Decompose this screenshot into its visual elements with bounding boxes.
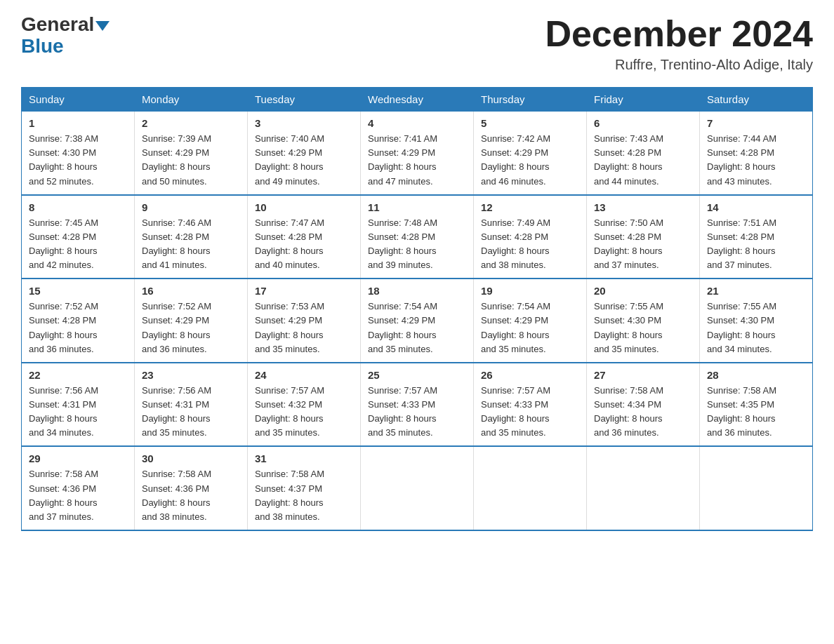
day-number: 1 (29, 117, 127, 129)
day-number: 20 (594, 285, 692, 297)
day-info: Sunrise: 7:54 AM Sunset: 4:29 PM Dayligh… (481, 300, 579, 356)
calendar-cell: 2 Sunrise: 7:39 AM Sunset: 4:29 PM Dayli… (135, 112, 248, 195)
calendar-cell: 23 Sunrise: 7:56 AM Sunset: 4:31 PM Dayl… (135, 363, 248, 447)
day-number: 16 (142, 285, 240, 297)
calendar-cell (361, 446, 474, 530)
page-header: General Blue December 2024 Ruffre, Trent… (21, 14, 813, 73)
day-info: Sunrise: 7:46 AM Sunset: 4:28 PM Dayligh… (142, 216, 240, 273)
day-number: 7 (707, 117, 805, 129)
day-number: 2 (142, 117, 240, 129)
calendar-cell (474, 446, 587, 530)
day-header-thursday: Thursday (474, 88, 587, 112)
calendar-cell: 28 Sunrise: 7:58 AM Sunset: 4:35 PM Dayl… (700, 363, 813, 447)
day-info: Sunrise: 7:45 AM Sunset: 4:28 PM Dayligh… (29, 216, 127, 273)
calendar-cell: 25 Sunrise: 7:57 AM Sunset: 4:33 PM Dayl… (361, 363, 474, 447)
day-info: Sunrise: 7:38 AM Sunset: 4:30 PM Dayligh… (29, 132, 127, 189)
month-title: December 2024 (545, 14, 813, 54)
day-number: 27 (594, 369, 692, 381)
day-info: Sunrise: 7:56 AM Sunset: 4:31 PM Dayligh… (142, 384, 240, 441)
logo: General Blue (21, 14, 110, 58)
day-number: 19 (481, 285, 579, 297)
day-number: 18 (368, 285, 466, 297)
day-number: 17 (255, 285, 353, 297)
day-number: 22 (29, 369, 127, 381)
day-info: Sunrise: 7:52 AM Sunset: 4:28 PM Dayligh… (29, 300, 127, 356)
logo-blue-text: Blue (21, 36, 110, 58)
calendar-cell: 5 Sunrise: 7:42 AM Sunset: 4:29 PM Dayli… (474, 112, 587, 195)
calendar-cell: 4 Sunrise: 7:41 AM Sunset: 4:29 PM Dayli… (361, 112, 474, 195)
day-info: Sunrise: 7:42 AM Sunset: 4:29 PM Dayligh… (481, 132, 579, 189)
day-number: 30 (142, 452, 240, 464)
calendar-cell: 19 Sunrise: 7:54 AM Sunset: 4:29 PM Dayl… (474, 279, 587, 363)
day-header-sunday: Sunday (22, 88, 135, 112)
day-number: 6 (594, 117, 692, 129)
day-info: Sunrise: 7:57 AM Sunset: 4:33 PM Dayligh… (368, 384, 466, 441)
calendar-week-row: 29 Sunrise: 7:58 AM Sunset: 4:36 PM Dayl… (22, 446, 813, 530)
day-info: Sunrise: 7:41 AM Sunset: 4:29 PM Dayligh… (368, 132, 466, 189)
calendar-cell (587, 446, 700, 530)
day-info: Sunrise: 7:57 AM Sunset: 4:32 PM Dayligh… (255, 384, 353, 441)
calendar-cell: 20 Sunrise: 7:55 AM Sunset: 4:30 PM Dayl… (587, 279, 700, 363)
day-number: 29 (29, 452, 127, 464)
calendar-cell: 31 Sunrise: 7:58 AM Sunset: 4:37 PM Dayl… (248, 446, 361, 530)
calendar-week-row: 15 Sunrise: 7:52 AM Sunset: 4:28 PM Dayl… (22, 279, 813, 363)
day-number: 11 (368, 201, 466, 213)
day-number: 5 (481, 117, 579, 129)
day-info: Sunrise: 7:44 AM Sunset: 4:28 PM Dayligh… (707, 132, 805, 189)
day-info: Sunrise: 7:53 AM Sunset: 4:29 PM Dayligh… (255, 300, 353, 356)
calendar-cell: 1 Sunrise: 7:38 AM Sunset: 4:30 PM Dayli… (22, 112, 135, 195)
location-subtitle: Ruffre, Trentino-Alto Adige, Italy (545, 57, 813, 73)
logo-general-text: General (21, 13, 94, 35)
calendar-week-row: 1 Sunrise: 7:38 AM Sunset: 4:30 PM Dayli… (22, 112, 813, 195)
day-number: 10 (255, 201, 353, 213)
day-info: Sunrise: 7:52 AM Sunset: 4:29 PM Dayligh… (142, 300, 240, 356)
day-header-tuesday: Tuesday (248, 88, 361, 112)
day-number: 3 (255, 117, 353, 129)
day-info: Sunrise: 7:49 AM Sunset: 4:28 PM Dayligh… (481, 216, 579, 273)
day-info: Sunrise: 7:47 AM Sunset: 4:28 PM Dayligh… (255, 216, 353, 273)
calendar-cell: 15 Sunrise: 7:52 AM Sunset: 4:28 PM Dayl… (22, 279, 135, 363)
day-info: Sunrise: 7:55 AM Sunset: 4:30 PM Dayligh… (594, 300, 692, 356)
title-block: December 2024 Ruffre, Trentino-Alto Adig… (545, 14, 813, 73)
calendar-cell: 24 Sunrise: 7:57 AM Sunset: 4:32 PM Dayl… (248, 363, 361, 447)
day-header-wednesday: Wednesday (361, 88, 474, 112)
calendar-cell: 3 Sunrise: 7:40 AM Sunset: 4:29 PM Dayli… (248, 112, 361, 195)
calendar-cell (700, 446, 813, 530)
calendar-cell: 30 Sunrise: 7:58 AM Sunset: 4:36 PM Dayl… (135, 446, 248, 530)
day-number: 23 (142, 369, 240, 381)
day-number: 26 (481, 369, 579, 381)
day-header-friday: Friday (587, 88, 700, 112)
day-info: Sunrise: 7:40 AM Sunset: 4:29 PM Dayligh… (255, 132, 353, 189)
calendar-cell: 13 Sunrise: 7:50 AM Sunset: 4:28 PM Dayl… (587, 195, 700, 279)
calendar-week-row: 8 Sunrise: 7:45 AM Sunset: 4:28 PM Dayli… (22, 195, 813, 279)
day-info: Sunrise: 7:50 AM Sunset: 4:28 PM Dayligh… (594, 216, 692, 273)
day-number: 28 (707, 369, 805, 381)
calendar-cell: 12 Sunrise: 7:49 AM Sunset: 4:28 PM Dayl… (474, 195, 587, 279)
day-info: Sunrise: 7:58 AM Sunset: 4:34 PM Dayligh… (594, 384, 692, 441)
calendar-cell: 18 Sunrise: 7:54 AM Sunset: 4:29 PM Dayl… (361, 279, 474, 363)
calendar-cell: 16 Sunrise: 7:52 AM Sunset: 4:29 PM Dayl… (135, 279, 248, 363)
calendar-week-row: 22 Sunrise: 7:56 AM Sunset: 4:31 PM Dayl… (22, 363, 813, 447)
day-info: Sunrise: 7:51 AM Sunset: 4:28 PM Dayligh… (707, 216, 805, 273)
day-number: 9 (142, 201, 240, 213)
day-info: Sunrise: 7:48 AM Sunset: 4:28 PM Dayligh… (368, 216, 466, 273)
day-info: Sunrise: 7:56 AM Sunset: 4:31 PM Dayligh… (29, 384, 127, 441)
calendar-cell: 17 Sunrise: 7:53 AM Sunset: 4:29 PM Dayl… (248, 279, 361, 363)
day-number: 14 (707, 201, 805, 213)
day-info: Sunrise: 7:58 AM Sunset: 4:36 PM Dayligh… (29, 467, 127, 524)
logo-triangle-icon (95, 21, 110, 31)
calendar-table: SundayMondayTuesdayWednesdayThursdayFrid… (21, 87, 813, 531)
day-number: 4 (368, 117, 466, 129)
calendar-cell: 27 Sunrise: 7:58 AM Sunset: 4:34 PM Dayl… (587, 363, 700, 447)
day-header-monday: Monday (135, 88, 248, 112)
day-number: 25 (368, 369, 466, 381)
calendar-cell: 29 Sunrise: 7:58 AM Sunset: 4:36 PM Dayl… (22, 446, 135, 530)
calendar-cell: 7 Sunrise: 7:44 AM Sunset: 4:28 PM Dayli… (700, 112, 813, 195)
day-info: Sunrise: 7:55 AM Sunset: 4:30 PM Dayligh… (707, 300, 805, 356)
day-number: 13 (594, 201, 692, 213)
calendar-cell: 10 Sunrise: 7:47 AM Sunset: 4:28 PM Dayl… (248, 195, 361, 279)
day-number: 31 (255, 452, 353, 464)
day-number: 12 (481, 201, 579, 213)
calendar-cell: 8 Sunrise: 7:45 AM Sunset: 4:28 PM Dayli… (22, 195, 135, 279)
calendar-cell: 11 Sunrise: 7:48 AM Sunset: 4:28 PM Dayl… (361, 195, 474, 279)
